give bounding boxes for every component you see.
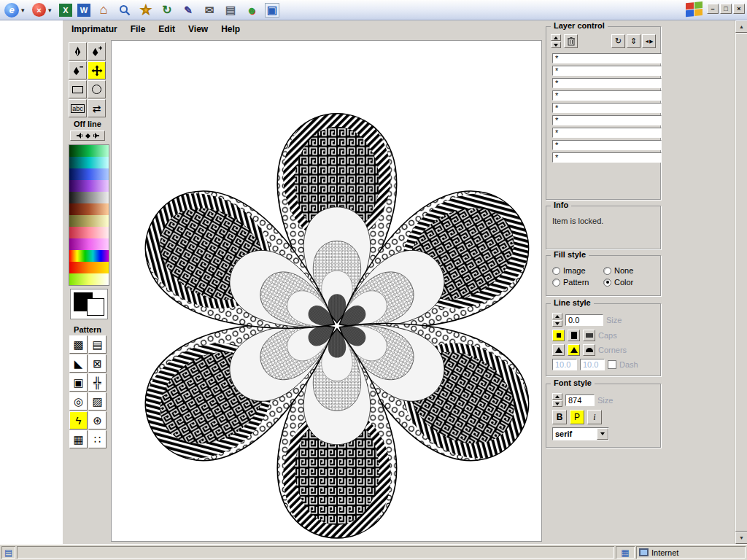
menu-edit[interactable]: Edit bbox=[158, 24, 175, 34]
round-cap-button[interactable] bbox=[583, 330, 595, 341]
dropdown-arrow-icon[interactable] bbox=[597, 428, 608, 440]
spinner-up-icon[interactable] bbox=[552, 393, 562, 400]
swap-tool-button[interactable]: ⇄ bbox=[88, 99, 106, 117]
browser-logo-icon[interactable]: e bbox=[4, 3, 19, 18]
font-size-spinner[interactable] bbox=[552, 393, 562, 407]
color-strip-warm[interactable] bbox=[69, 262, 109, 273]
drawing-canvas[interactable] bbox=[111, 40, 542, 542]
color-strip-green[interactable] bbox=[69, 145, 109, 157]
layer-name-field[interactable] bbox=[552, 66, 662, 76]
refresh-layer-button[interactable]: ↻ bbox=[611, 34, 625, 48]
color-strip-yellowgreen[interactable] bbox=[69, 273, 109, 285]
spinner-down-icon[interactable] bbox=[552, 320, 562, 327]
color-strip-purple[interactable] bbox=[69, 180, 109, 192]
fill-option-pattern[interactable]: Pattern bbox=[552, 278, 600, 287]
pattern-swatch[interactable]: ⊠ bbox=[88, 354, 107, 373]
pattern-swatch[interactable]: ∷ bbox=[88, 430, 107, 448]
miter-corner-button[interactable] bbox=[552, 344, 565, 356]
fill-option-none[interactable]: None bbox=[603, 266, 651, 275]
layer-up-icon[interactable] bbox=[551, 34, 561, 41]
mail-icon[interactable]: ✉ bbox=[201, 2, 217, 18]
layer-name-field[interactable] bbox=[552, 115, 662, 125]
close-button[interactable]: × bbox=[733, 4, 745, 14]
menu-file[interactable]: File bbox=[131, 24, 146, 34]
fill-option-image[interactable]: Image bbox=[552, 266, 600, 275]
radio-checked-icon[interactable] bbox=[603, 279, 611, 287]
dash-gap-field[interactable] bbox=[580, 359, 605, 370]
line-size-field[interactable] bbox=[565, 314, 603, 326]
spinner-down-icon[interactable] bbox=[552, 400, 562, 407]
messenger-icon[interactable]: ☻ bbox=[244, 2, 260, 18]
layer-name-field[interactable] bbox=[552, 152, 662, 163]
sound-bar[interactable] bbox=[70, 131, 105, 141]
projecting-cap-button[interactable] bbox=[568, 330, 580, 341]
rectangle-tool-button[interactable] bbox=[69, 80, 87, 98]
dash-length-field[interactable] bbox=[552, 359, 577, 370]
text-tool-button[interactable]: abc bbox=[69, 99, 87, 117]
menu-imprimatur[interactable]: Imprimatur bbox=[71, 24, 117, 34]
menu-help[interactable]: Help bbox=[221, 24, 240, 34]
layer-sound-button[interactable]: ◄▶ bbox=[642, 34, 656, 48]
layer-name-field[interactable] bbox=[552, 78, 662, 88]
color-strip-salmon[interactable] bbox=[69, 227, 109, 238]
color-strip-rainbow[interactable] bbox=[69, 250, 109, 262]
font-size-field[interactable] bbox=[565, 394, 595, 406]
print-icon[interactable]: ▤ bbox=[222, 2, 239, 18]
background-color-well[interactable] bbox=[87, 298, 104, 316]
maximize-button[interactable]: □ bbox=[720, 4, 732, 14]
move-tool-button[interactable] bbox=[88, 61, 106, 79]
layer-name-field[interactable] bbox=[552, 90, 662, 101]
stop-icon[interactable]: × bbox=[32, 3, 46, 17]
layer-name-field[interactable] bbox=[552, 128, 662, 138]
reorder-layer-button[interactable]: ⇕ bbox=[627, 34, 640, 48]
pen-tool-button[interactable] bbox=[69, 42, 87, 61]
chevron-down-icon[interactable]: ▾ bbox=[21, 7, 27, 14]
bold-button[interactable]: B bbox=[552, 410, 567, 424]
font-family-dropdown[interactable]: serif bbox=[552, 427, 609, 440]
pen-add-tool-button[interactable] bbox=[88, 42, 106, 61]
menu-view[interactable]: View bbox=[188, 24, 208, 34]
layer-order-spinner[interactable] bbox=[551, 34, 561, 48]
layer-name-field[interactable] bbox=[552, 140, 662, 150]
color-palette[interactable] bbox=[69, 144, 109, 286]
fill-option-color[interactable]: Color bbox=[603, 278, 651, 287]
pattern-swatch[interactable]: ⊛ bbox=[88, 411, 107, 429]
compose-icon[interactable]: ✎ bbox=[180, 2, 196, 18]
color-strip-blue[interactable] bbox=[69, 168, 109, 180]
line-size-spinner[interactable] bbox=[552, 313, 562, 327]
italic-button[interactable]: i bbox=[587, 410, 602, 424]
layer-name-field[interactable] bbox=[552, 53, 662, 63]
home-icon[interactable]: ⌂ bbox=[96, 2, 112, 18]
history-icon[interactable]: ↻ bbox=[159, 2, 175, 18]
color-strip-olive[interactable] bbox=[69, 215, 109, 227]
pen-remove-tool-button[interactable] bbox=[69, 61, 87, 79]
round-corner-button[interactable] bbox=[583, 344, 595, 356]
fg-bg-color-selector[interactable] bbox=[70, 289, 108, 319]
bevel-corner-button[interactable] bbox=[568, 344, 580, 356]
radio-icon[interactable] bbox=[552, 267, 560, 275]
color-strip-brown[interactable] bbox=[69, 203, 109, 215]
pattern-swatch[interactable]: ▦ bbox=[69, 430, 88, 448]
delete-layer-button[interactable] bbox=[564, 34, 578, 48]
frames-icon[interactable]: ▣ bbox=[265, 3, 279, 18]
pattern-swatch[interactable]: ▩ bbox=[69, 335, 88, 354]
pattern-swatch[interactable]: ▣ bbox=[69, 373, 88, 392]
color-strip-cyan[interactable] bbox=[69, 157, 109, 168]
pattern-swatch[interactable]: ▤ bbox=[88, 335, 107, 354]
word-icon[interactable]: W bbox=[77, 4, 90, 17]
radio-icon[interactable] bbox=[552, 279, 560, 287]
pattern-swatch[interactable]: ◣ bbox=[69, 354, 88, 373]
radio-icon[interactable] bbox=[603, 267, 611, 275]
excel-icon[interactable]: X bbox=[59, 4, 72, 17]
layer-down-icon[interactable] bbox=[551, 42, 561, 48]
scrollbar-thumb[interactable] bbox=[735, 33, 747, 532]
color-strip-gray[interactable] bbox=[69, 192, 109, 203]
search-icon[interactable] bbox=[117, 2, 133, 18]
plain-button[interactable]: P bbox=[570, 410, 584, 424]
butt-cap-button[interactable] bbox=[552, 330, 565, 341]
favorites-icon[interactable]: ★ bbox=[138, 2, 154, 18]
pattern-swatch[interactable]: ▨ bbox=[88, 392, 107, 411]
ellipse-tool-button[interactable] bbox=[88, 80, 106, 98]
scroll-down-icon[interactable]: ▼ bbox=[735, 532, 747, 544]
dash-checkbox[interactable] bbox=[608, 360, 616, 369]
